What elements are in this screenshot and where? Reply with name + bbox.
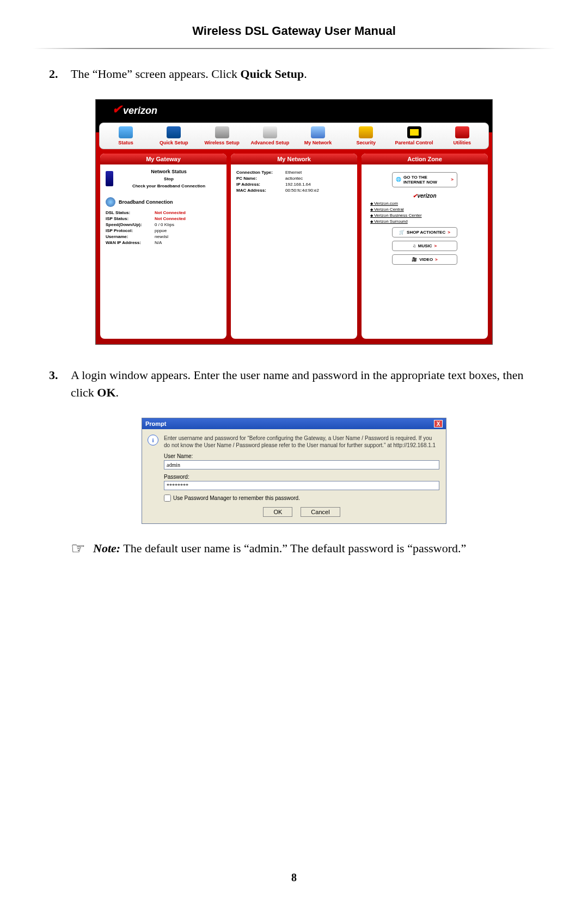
verizon-link[interactable]: Verizon Central [370, 207, 482, 212]
broadband-connection-label: Broadband Connection [119, 199, 173, 205]
toolbar-my-network[interactable]: My Network [294, 126, 342, 145]
verizon-link[interactable]: Verizon Business Center [370, 213, 482, 218]
gateway-kv-row: WAN IP Address:N/A [106, 240, 221, 245]
step-2-text: The “Home” screen appears. Click Quick S… [71, 65, 539, 83]
kv-key: PC Name: [236, 176, 285, 181]
password-input[interactable] [164, 481, 439, 490]
step-2-text-c: . [304, 67, 307, 81]
kv-value: pppoe [155, 228, 167, 233]
verizon-link[interactable]: Verizon.com [370, 201, 482, 206]
step-3-ok: OK [97, 386, 115, 399]
toolbar-advanced-label: Advanced Setup [251, 140, 290, 145]
step-2: 2. The “Home” screen appears. Click Quic… [49, 65, 539, 83]
kv-value: N/A [155, 240, 162, 245]
ok-button[interactable]: OK [263, 507, 292, 517]
kv-value: Not Connected [155, 210, 186, 215]
advanced-icon [263, 126, 277, 138]
panel-my-gateway: My Gateway Network Status Stop Check you… [100, 154, 226, 339]
page-title: Wireless DSL Gateway User Manual [0, 0, 588, 48]
router-home-screenshot: ✔ verizon Status Quick Setup Wireless Se… [95, 99, 493, 345]
verizon-links-list: Verizon.comVerizon CentralVerizon Busine… [367, 201, 482, 224]
toolbar-utilities-label: Utilities [454, 140, 471, 145]
page-number: 8 [0, 871, 588, 884]
remember-password-label: Use Password Manager to remember this pa… [173, 495, 300, 501]
globe-small-icon: 🌐 [396, 177, 401, 182]
chevron-right-icon: > [434, 243, 437, 248]
network-status-title: Network Status [117, 169, 221, 174]
prompt-title-text: Prompt [145, 420, 167, 427]
verizon-logo: ✔ verizon [112, 102, 157, 117]
parental-icon [407, 126, 421, 138]
kv-key: MAC Address: [236, 188, 285, 193]
toolbar-status[interactable]: Status [102, 126, 150, 145]
kv-value: actiontec [285, 176, 303, 181]
remember-password-row[interactable]: Use Password Manager to remember this pa… [164, 495, 439, 502]
status-icon [119, 126, 133, 138]
cancel-button[interactable]: Cancel [301, 507, 340, 517]
toolbar-network-label: My Network [304, 140, 332, 145]
step-3-text-a: A login window appears. Enter the user n… [71, 368, 524, 399]
toolbar-parental-label: Parental Control [395, 140, 433, 145]
step-2-quick-setup: Quick Setup [241, 67, 304, 81]
network-kv-row: Connection Type:Ethernet [236, 170, 352, 175]
video-button[interactable]: 🎥 VIDEO > [392, 254, 457, 265]
note-row: ☞ Note: The default user name is “admin.… [71, 540, 539, 557]
kv-key: IP Address: [236, 182, 285, 187]
step-2-number: 2. [49, 65, 71, 83]
check-broadband-link[interactable]: Check your Broadband Connection [117, 184, 221, 188]
toolbar-security[interactable]: Security [342, 126, 390, 145]
video-icon: 🎥 [412, 257, 417, 262]
network-icon [311, 126, 325, 138]
kv-value: Ethernet [285, 170, 302, 175]
close-icon[interactable]: X [434, 420, 443, 428]
panel-my-network: My Network Connection Type:EthernetPC Na… [231, 154, 357, 339]
prompt-titlebar: Prompt X [142, 418, 446, 429]
username-input[interactable] [164, 460, 439, 469]
step-3-number: 3. [49, 367, 71, 401]
toolbar-quick-setup[interactable]: Quick Setup [150, 126, 198, 145]
username-label: User Name: [164, 453, 439, 459]
kv-value: Not Connected [155, 216, 186, 221]
login-prompt-dialog: Prompt X i Enter username and password f… [142, 418, 446, 524]
kv-value: 192.168.1.64 [285, 182, 311, 187]
toolbar-wireless-setup[interactable]: Wireless Setup [198, 126, 246, 145]
cart-icon: 🛒 [399, 230, 405, 235]
pointing-hand-icon: ☞ [71, 540, 85, 557]
toolbar-advanced-setup[interactable]: Advanced Setup [246, 126, 294, 145]
verizon-logo-text: verizon [123, 105, 157, 117]
kv-key: WAN IP Address: [106, 240, 155, 245]
chevron-right-icon: > [435, 257, 438, 262]
verizon-link[interactable]: Verizon Surround [370, 219, 482, 224]
title-rule [33, 48, 555, 49]
wireless-icon [215, 126, 229, 138]
go-to-internet-button[interactable]: 🌐 GO TO THE INTERNET NOW > [392, 172, 457, 187]
kv-key: Speed(Down/Up): [106, 222, 155, 227]
security-icon [359, 126, 373, 138]
broadband-connection-row: Broadband Connection [106, 197, 221, 207]
verizon-check-icon: ✔ [112, 102, 122, 117]
network-status-stop[interactable]: Stop [117, 176, 221, 181]
note-prefix: Note: [93, 541, 120, 555]
toolbar-security-label: Security [357, 140, 376, 145]
music-button[interactable]: ♫ MUSIC > [392, 241, 457, 251]
network-kv-row: PC Name:actiontec [236, 176, 352, 181]
quick-setup-icon [167, 126, 181, 138]
network-kv-row: MAC Address:00:50:fc:4d:90:e2 [236, 188, 352, 193]
gateway-kv-row: DSL Status:Not Connected [106, 210, 221, 215]
password-label: Password: [164, 474, 439, 480]
kv-value: 0 / 0 Kbps [155, 222, 174, 227]
verizon-small-logo: ✔verizon [367, 193, 482, 199]
step-3-text-c: . [116, 386, 119, 399]
toolbar-parental-control[interactable]: Parental Control [390, 126, 438, 145]
shop-actiontec-button[interactable]: 🛒 SHOP ACTIONTEC > [392, 227, 457, 237]
step-3: 3. A login window appears. Enter the use… [49, 367, 539, 401]
panel-action-zone: Action Zone 🌐 GO TO THE INTERNET NOW > ✔… [362, 154, 488, 339]
verizon-small-text: verizon [417, 193, 436, 199]
gateway-kv-row: Speed(Down/Up):0 / 0 Kbps [106, 222, 221, 227]
note-text: Note: The default user name is “admin.” … [93, 540, 466, 557]
remember-password-checkbox[interactable] [164, 495, 171, 502]
toolbar-utilities[interactable]: Utilities [438, 126, 486, 145]
panel-action-zone-head: Action Zone [362, 154, 488, 164]
kv-value: 00:50:fc:4d:90:e2 [285, 188, 319, 193]
chevron-right-icon: > [451, 177, 454, 182]
